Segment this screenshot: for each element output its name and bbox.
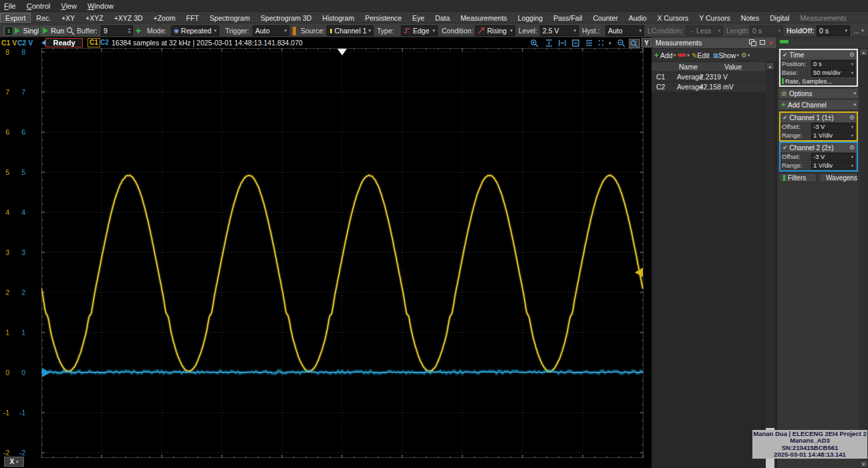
x-axis-button[interactable]: X▾ — [4, 457, 24, 467]
base-value: 50 ms/div — [813, 69, 841, 76]
time-panel-header[interactable]: ✓ Time ⚙ — [780, 50, 857, 59]
tab-measurements[interactable]: Measurements — [455, 13, 512, 23]
tab-audio[interactable]: Audio — [623, 13, 652, 23]
tab-histogram[interactable]: Histogram — [317, 13, 359, 23]
channel1-range-select[interactable]: 1 V/div ▾ — [811, 132, 855, 140]
scroll-up-icon[interactable]: ▲ — [861, 50, 866, 55]
base-select[interactable]: 50 ms/div ▾ — [811, 69, 855, 77]
channel1-tab-badge[interactable]: C1 — [88, 38, 100, 47]
buffer-input[interactable]: 9 ▴▾ — [101, 25, 133, 36]
sidebar-scrollbar[interactable]: ▲ ▼ — [859, 48, 868, 468]
options-row[interactable]: ⚙ Options ▾ — [779, 89, 858, 98]
position-select[interactable]: 0 s ▾ — [811, 60, 855, 68]
tab-data[interactable]: Data — [430, 13, 455, 23]
add-buffer-button[interactable]: + — [136, 26, 141, 35]
popout-icon[interactable] — [749, 39, 756, 46]
buffer-icon[interactable] — [66, 23, 75, 38]
tab-xy[interactable]: +XY — [56, 13, 80, 23]
scope-plot[interactable] — [41, 48, 643, 458]
scroll-down-icon[interactable]: ▼ — [861, 462, 866, 467]
fit-horizontal-icon[interactable] — [558, 39, 567, 47]
tab-digital[interactable]: Digital — [764, 13, 794, 23]
close-icon[interactable]: × — [769, 39, 773, 47]
level-input[interactable]: 2.5 V ▾ — [540, 25, 579, 36]
zoom-in-icon[interactable] — [530, 39, 539, 47]
collapse-all-button[interactable] — [780, 40, 788, 43]
channel1-offset-select[interactable]: -3 V ▾ — [811, 123, 855, 131]
scroll-up-icon[interactable]: ▲ — [768, 64, 772, 69]
tab-pass-fail[interactable]: Pass/Fail — [548, 13, 587, 23]
trigger-position-marker[interactable] — [337, 49, 347, 55]
menu-item-file[interactable]: File — [4, 2, 16, 10]
condition-select[interactable]: Rising ▾ — [475, 25, 515, 36]
channel2-offset-marker[interactable] — [42, 368, 50, 377]
add-channel-row[interactable]: + Add Channel ▾ — [779, 100, 858, 109]
fit-vertical-icon[interactable] — [545, 39, 554, 47]
edit-icon[interactable]: ✎ — [692, 51, 698, 59]
edge-icon — [404, 27, 411, 34]
tab-spectrogram[interactable]: Spectrogram — [204, 13, 255, 23]
remove-measurement-button[interactable] — [678, 53, 686, 57]
tab-rec[interactable]: Rec. — [31, 13, 56, 23]
channel2-panel-header[interactable]: ✓ Channel 2 (2±) ⚙ — [780, 143, 857, 152]
wavegens-button[interactable]: Wavegens — [819, 173, 858, 182]
channel2-offset-select[interactable]: -3 V ▾ — [811, 153, 855, 161]
gear-icon[interactable]: ⚙ — [849, 144, 855, 151]
menu-item-window[interactable]: Window — [88, 2, 114, 10]
trigger-select[interactable]: Auto ▾ — [253, 25, 289, 36]
rate-samples-button[interactable]: Rate, Samples... — [780, 77, 857, 85]
channel2-range-select[interactable]: 1 V/div ▾ — [811, 162, 855, 170]
tab-persistence[interactable]: Persistence — [359, 13, 407, 23]
channel2-tab-badge[interactable]: C2 — [100, 38, 109, 47]
channel1-panel-header[interactable]: ✓ Channel 1 (1±) ⚙ — [780, 113, 857, 122]
tab-zoom[interactable]: +Zoom — [148, 13, 181, 23]
tab-export[interactable]: Export — [0, 13, 31, 23]
scale-list-icon[interactable] — [585, 39, 594, 47]
type-select[interactable]: Edge ▾ — [401, 25, 438, 36]
measurements-panel-header[interactable]: Measurements × — [652, 37, 776, 48]
source-select[interactable]: Channel 1 ▾ — [327, 25, 374, 36]
gear-icon[interactable]: ⚙ — [741, 51, 747, 59]
menu-item-view[interactable]: View — [61, 2, 77, 10]
hyst-select[interactable]: Auto ▾ — [605, 25, 644, 36]
zoom-out-icon[interactable] — [617, 39, 626, 47]
gear-icon[interactable]: ⚙ — [849, 114, 855, 121]
grid-dots-icon[interactable] — [597, 39, 607, 47]
tab-xyz[interactable]: +XYZ — [80, 13, 109, 23]
edit-measurement-button[interactable]: Edit — [698, 51, 710, 59]
add-measurement-button[interactable]: Add — [660, 51, 673, 59]
more-options-button[interactable]: ...▾ — [853, 23, 864, 38]
tab-logging[interactable]: Logging — [513, 13, 548, 23]
y-axis-button[interactable]: Y — [641, 38, 652, 47]
tab-counter[interactable]: Counter — [587, 13, 623, 23]
filters-button[interactable]: Filters — [779, 173, 817, 182]
tab-xyz-3d[interactable]: +XYZ 3D — [109, 13, 148, 23]
table-row[interactable]: C2Average42.158 mV — [652, 82, 766, 91]
add-measurement-icon[interactable]: + — [654, 51, 659, 60]
trigger-level-marker[interactable] — [635, 268, 643, 277]
c2-tick-label: 6 — [16, 128, 25, 136]
tab-eye[interactable]: Eye — [407, 13, 430, 23]
fit-all-icon[interactable] — [571, 39, 581, 47]
run-button[interactable]: Run — [39, 25, 68, 37]
tab-fft[interactable]: FFT — [181, 13, 204, 23]
tab-x-cursors[interactable]: X Cursors — [652, 13, 694, 23]
check-icon[interactable]: ✓ — [782, 114, 788, 121]
tab-spectrogram-3d[interactable]: Spectrogram 3D — [255, 13, 317, 23]
holdoff-input[interactable]: 0 s ▾ — [817, 25, 850, 36]
show-measurement-button[interactable]: Show — [718, 51, 736, 59]
auto-scale-icon[interactable] — [629, 39, 640, 48]
chevron-down-icon[interactable]: ▾ — [609, 41, 611, 46]
tab-notes[interactable]: Notes — [736, 13, 764, 23]
buffer-spinner[interactable]: ▴▾ — [128, 27, 130, 34]
measurements-scrollbar[interactable]: ▲ — [766, 62, 774, 468]
show-icon[interactable]: ▦ — [713, 52, 719, 59]
maximize-icon[interactable] — [759, 39, 766, 46]
table-row[interactable]: C1Average2.2319 V — [652, 72, 766, 81]
check-icon[interactable]: ✓ — [782, 144, 788, 151]
menu-item-control[interactable]: Control — [27, 2, 50, 10]
check-icon[interactable]: ✓ — [782, 51, 788, 58]
mode-select[interactable]: ◉ Repeated ▾ — [171, 25, 219, 36]
gear-icon[interactable]: ⚙ — [849, 51, 855, 58]
tab-y-cursors[interactable]: Y Cursors — [694, 13, 736, 23]
